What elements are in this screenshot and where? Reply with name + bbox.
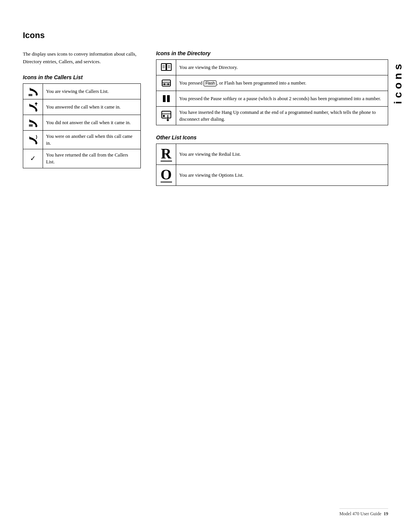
svg-rect-24 <box>162 111 171 118</box>
callers-list-table: You are viewing the Callers List. <box>23 83 141 168</box>
other-list-row-2-text: You are viewing the Options List. <box>176 165 388 186</box>
phone-missed-icon <box>28 117 38 128</box>
svg-rect-20 <box>164 83 165 85</box>
table-row: You answered the call when it came in. <box>23 99 141 115</box>
directory-title: Icons in the Directory <box>156 50 388 56</box>
R-letter-icon: R <box>159 146 173 161</box>
callers-list-title: Icons in the Callers List <box>23 74 141 80</box>
directory-table: You are viewing the Directory. <box>156 59 388 125</box>
footer-divider <box>339 508 388 509</box>
callers-list-row-1-text: You are viewing the Callers List. <box>43 84 141 99</box>
svg-rect-6 <box>167 64 171 70</box>
svg-rect-17 <box>162 80 170 86</box>
page-footer: Model 470 User Guide 19 <box>339 508 388 517</box>
callers-list-row-3-text: You did not answer the call when it came… <box>43 115 141 131</box>
icon-cell-pause <box>156 91 176 107</box>
icon-cell-phone-answered <box>23 99 43 115</box>
icon-cell-phone-home <box>23 84 43 99</box>
table-row: You pressed Flash, or Flash has been pro… <box>156 75 388 91</box>
svg-rect-23 <box>167 95 170 102</box>
directory-row-4-text: You have inserted the Hang Up command at… <box>176 107 388 125</box>
icon-cell-R: R <box>156 144 176 165</box>
svg-rect-5 <box>161 64 166 70</box>
icon-cell-phone-busy <box>23 131 43 149</box>
svg-rect-26 <box>163 115 165 117</box>
icon-cell-checkmark: ✓ <box>23 149 43 168</box>
icon-cell-flash <box>156 75 176 91</box>
flash-dir-icon <box>161 78 172 88</box>
directory-row-2-text: You pressed Flash, or Flash has been pro… <box>176 75 388 91</box>
left-column: The display uses icons to convey informa… <box>23 50 141 195</box>
callers-list-row-2-text: You answered the call when it came in. <box>43 99 141 115</box>
table-row: R You are viewing the Redial List. <box>156 144 388 165</box>
table-row: ✓ You have returned the call from the Ca… <box>23 149 141 168</box>
directory-row-3-text: You pressed the Pause softkey or a pause… <box>176 91 388 107</box>
icon-cell-hangup <box>156 107 176 125</box>
other-list-table: R You are viewing the Redial List. O <box>156 144 388 186</box>
hangup-icon <box>161 110 172 121</box>
page: icons Icons The display uses icons to co… <box>0 0 411 532</box>
right-column: Icons in the Directory <box>156 50 388 195</box>
svg-rect-22 <box>163 95 166 102</box>
phone-busy-icon <box>28 134 38 145</box>
book-icon <box>161 62 172 73</box>
icon-cell-book <box>156 60 176 75</box>
content-area: The display uses icons to convey informa… <box>23 50 388 195</box>
table-row: You are viewing the Callers List. <box>23 84 141 99</box>
table-row: You were on another call when this call … <box>23 131 141 149</box>
table-row: You are viewing the Directory. <box>156 60 388 75</box>
footer-text: Model 470 User Guide 19 <box>339 511 388 516</box>
table-row: You have inserted the Hang Up command at… <box>156 107 388 125</box>
other-list-row-1-text: You are viewing the Redial List. <box>176 144 388 165</box>
phone-answered-icon <box>28 102 38 112</box>
page-title: Icons <box>23 30 388 40</box>
flash-button-label: Flash <box>204 80 217 86</box>
phone-home-icon <box>28 86 38 97</box>
other-list-title: Other List Icons <box>156 134 388 141</box>
callers-list-row-4-text: You were on another call when this call … <box>43 131 141 149</box>
icon-cell-O: O <box>156 165 176 186</box>
O-letter-icon: O <box>159 167 173 182</box>
table-row: You pressed the Pause softkey or a pause… <box>156 91 388 107</box>
callers-list-row-5-text: You have returned the call from the Call… <box>43 149 141 168</box>
intro-text: The display uses icons to convey informa… <box>23 50 141 65</box>
side-label: icons <box>392 61 404 104</box>
pause-icon <box>161 93 172 104</box>
directory-row-1-text: You are viewing the Directory. <box>176 60 388 75</box>
table-row: O You are viewing the Options List. <box>156 165 388 186</box>
table-row: You did not answer the call when it came… <box>23 115 141 131</box>
icon-cell-phone-missed <box>23 115 43 131</box>
svg-rect-21 <box>167 83 169 85</box>
checkmark-icon: ✓ <box>30 155 36 162</box>
